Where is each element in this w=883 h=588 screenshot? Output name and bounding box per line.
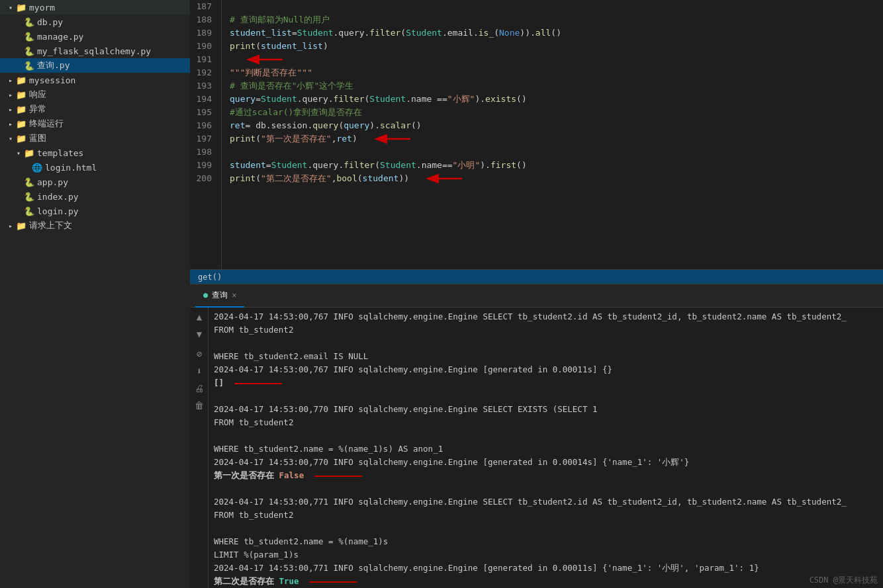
folder-arrow: ▸ [5,120,16,128]
code-token: , [332,172,337,185]
terminal-line: [] [214,376,878,390]
scroll-down-button[interactable]: ▼ [193,327,206,341]
code-token: ret [230,119,245,132]
sidebar-item-manage.py[interactable]: 🐍manage.py [0,29,190,44]
sidebar-item-查询.py[interactable]: 🐍查询.py [0,58,190,73]
print-button[interactable]: 🖨 [193,382,206,395]
sidebar-item-app.py[interactable]: 🐍app.py [0,175,190,189]
code-token: .name == [406,93,447,106]
folder-arrow: ▸ [5,77,16,84]
scroll-up-button[interactable]: ▲ [193,310,206,323]
code-token: ( [256,172,261,185]
sidebar-item-login.py[interactable]: 🐍login.py [0,204,190,218]
sidebar-item-终端运行[interactable]: ▸📁终端运行 [0,116,190,131]
line-number-194: 194 [190,93,216,106]
terminal-line: 2024-04-17 14:53:00,771 INFO sqlalchemy.… [214,495,878,509]
trash-button[interactable]: 🗑 [193,399,206,412]
code-line-189: student_list = Student.query.filter(Stud… [230,26,883,40]
sidebar-item-my_flask_sqlalchemy.py[interactable]: 🐍my_flask_sqlalchemy.py [0,44,190,58]
sidebar-label: login.py [37,206,79,216]
code-token: student_list [230,26,292,40]
sidebar-label: db.py [37,17,63,27]
code-token: ( [256,40,261,53]
sidebar-label: index.py [37,192,79,202]
sidebar-item-index.py[interactable]: 🐍index.py [0,189,190,204]
code-token: Student [271,159,308,172]
folder-arrow: ▸ [5,91,16,99]
arrow-annotation [371,132,424,146]
folder-icon: 📁 [16,90,26,100]
line-number-196: 196 [190,119,216,132]
sidebar-label: 终端运行 [29,118,64,130]
clear-button[interactable]: ⊘ [193,347,206,360]
code-token: filter [334,93,365,106]
code-token: ). [475,93,485,106]
terminal-line: 2024-04-17 14:53:00,767 INFO sqlalchemy.… [214,310,878,323]
code-token: = [256,93,261,106]
code-content: # 查询邮箱为Null的用户 student_list = Student.qu… [222,0,883,269]
sidebar-item-templates[interactable]: ▾📁templates [0,146,190,160]
download-button[interactable]: ⬇ [193,364,206,378]
sidebar-item-login.html[interactable]: 🌐login.html [0,160,190,175]
terminal-line: WHERE tb_student2.email IS NULL [214,350,878,363]
code-line-196: ret = db.session.query(query).scalar() [230,119,883,132]
sidebar-label: mysession [29,75,75,85]
code-token: all [535,26,551,40]
line-number-193: 193 [190,79,216,93]
code-token: None [499,26,520,40]
terminal-line [214,390,878,403]
folder-arrow: ▾ [13,149,24,157]
code-line-191 [230,53,883,66]
line-number-189: 189 [190,26,216,40]
watermark: CSDN @景天科技苑 [810,573,878,587]
sidebar-label: 响应 [29,89,46,101]
terminal-line: WHERE tb_student2.name = %(name_1)s) AS … [214,442,878,456]
code-line-192: """判断是否存在""" [230,66,883,79]
line-number-195: 195 [190,106,216,119]
code-line-187 [230,0,883,13]
sidebar-item-响应[interactable]: ▸📁响应 [0,87,190,102]
code-token: query [312,119,338,132]
get-line-text: get() [198,273,222,282]
code-line-199: student = Student.query.filter(Student.n… [230,159,883,172]
line-number-188: 188 [190,13,216,26]
terminal-line: 2024-04-17 14:53:00,770 INFO sqlalchemy.… [214,456,878,469]
sidebar-label: manage.py [37,32,83,42]
line-number-197: 197 [190,132,216,146]
code-token: filter [369,26,400,40]
folder-icon: 📁 [24,148,34,158]
sidebar-item-myorm[interactable]: ▾📁myorm [0,0,190,15]
line-number-200: 200 [190,172,216,185]
sidebar-label: my_flask_sqlalchemy.py [37,46,151,56]
terminal-line: FROM tb_student2 [214,323,878,337]
code-token: query [230,93,256,106]
code-token: "第二次是否存在" [261,172,332,185]
code-line-197: print("第一次是否存在",ret) [230,132,883,146]
tab-query[interactable]: ● 查询 ✕ [195,284,244,308]
folder-icon: 📁 [16,221,26,231]
line-number-191: 191 [190,53,216,66]
code-token: #通过scalar()拿到查询是否存在 [230,106,362,119]
code-token: ( [375,159,380,172]
code-token: ) [323,40,328,53]
code-token: .query. [297,93,334,106]
editor-area: 1871881891901911921931941951961971981992… [190,0,883,269]
folder-icon: 📁 [16,119,26,129]
sidebar-label: 异常 [29,103,46,115]
code-token: ret [336,132,351,146]
code-token: ( [494,26,499,40]
terminal-line [214,429,878,442]
sidebar-item-db.py[interactable]: 🐍db.py [0,15,190,29]
code-token: Student [261,93,297,106]
tab-close-button[interactable]: ✕ [232,290,236,300]
terminal-line [214,522,878,535]
code-line-194: query = Student.query.filter(Student.nam… [230,93,883,106]
code-token: # 查询邮箱为Null的用户 [230,13,330,26]
file-icon: 🌐 [32,163,42,173]
sidebar-item-蓝图[interactable]: ▾📁蓝图 [0,131,190,146]
sidebar-item-异常[interactable]: ▸📁异常 [0,102,190,116]
code-token: Student [369,93,406,106]
sidebar-item-mysession[interactable]: ▸📁mysession [0,73,190,87]
code-token: student_list [261,40,323,53]
sidebar-item-请求上下文[interactable]: ▸📁请求上下文 [0,218,190,233]
